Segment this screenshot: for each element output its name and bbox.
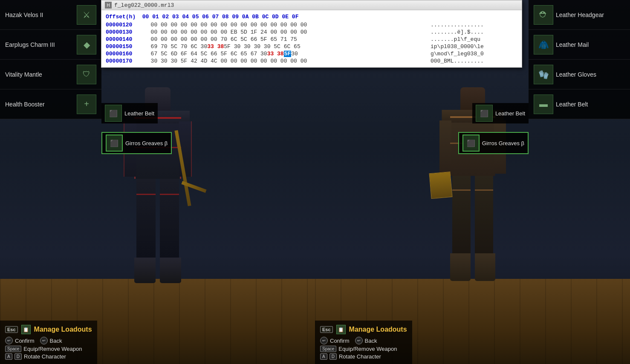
health-label: Health Booster	[5, 101, 77, 108]
rotate-row-right: A D Rotate Character	[320, 353, 407, 360]
equip-item-hazak[interactable]: Hazak Velos II ⚔	[0, 0, 101, 30]
ascii-160: g\mod\f_leg038_0	[424, 51, 517, 57]
esc-key-manage-right[interactable]: Esc	[320, 326, 333, 333]
offset-170: 00000170	[106, 58, 144, 64]
headgear-icon: ⛑	[534, 5, 553, 25]
hex-row-140: 00000140 00 00 00 00 00 00 00 70 6C 5C 6…	[106, 36, 517, 43]
equip-item-gloves[interactable]: 🧤 Leather Gloves	[529, 60, 630, 89]
belt-text-right: Leather Belt	[495, 110, 525, 117]
belt-icon-panel-right: ▬	[534, 95, 553, 114]
ascii-120: ................	[424, 22, 517, 28]
belt-label-panel-right: Leather Belt	[556, 101, 625, 108]
hex-header: Offset(h) 00 01 02 03 04 05 06 07 08 09 …	[106, 13, 517, 21]
offset-130: 00000130	[106, 29, 144, 35]
equip-item-health[interactable]: Health Booster +	[0, 89, 101, 119]
confirm-key-right[interactable]: ↩	[320, 337, 328, 344]
space-key-left[interactable]: Space	[5, 346, 21, 352]
bytes-150-highlight: 33 38	[207, 43, 224, 50]
earplugs-icon: ◆	[77, 35, 96, 54]
d-key-left[interactable]: D	[14, 353, 22, 360]
controls-right: ↩ Confirm ↩ Back Space Equip/Remove Weap…	[320, 337, 407, 360]
belt-icon-left: ⬛	[105, 105, 122, 122]
bytes-160-highlight: 33 38	[267, 51, 284, 57]
bytes-150-pre: 69 70 5C 70 6C 30	[144, 43, 207, 50]
offset-150: 00000150	[106, 43, 144, 50]
confirm-row-right: ↩ Confirm ↩ Back	[320, 337, 407, 344]
bytes-170: 30 30 30 5F 42 4D 4C 00 00 00 00 00 00 0…	[144, 58, 424, 64]
offset-140: 00000140	[106, 36, 144, 43]
bytes-120: 00 00 00 00 00 00 00 00 00 00 00 00 00 0…	[144, 22, 424, 28]
hud-left: Esc 📋 Manage Loadouts ↩ Confirm ↩ Back S…	[0, 321, 97, 364]
gloves-icon: 🧤	[534, 65, 553, 84]
ascii-170: 000_BML.........	[424, 58, 517, 64]
hex-header-text: Offset(h) 00 01 02 03 04 05 06 07 08 09 …	[106, 14, 432, 20]
equip-row-right: Space Equip/Remove Weapon	[320, 346, 407, 352]
greaves-icon-right: ⬛	[462, 135, 480, 152]
rotate-label-left: Rotate Character	[24, 353, 66, 360]
manage-loadouts-label-right: Manage Loadouts	[349, 326, 407, 333]
hex-row-160: 00000160 67 5C 6D 6F 64 5C 66 5F 6C 65 6…	[106, 50, 517, 57]
back-key-left[interactable]: ↩	[40, 337, 48, 344]
back-label-left: Back	[50, 338, 62, 344]
headgear-label: Leather Headgear	[556, 11, 625, 18]
vitality-icon: 🛡	[77, 65, 96, 84]
greaves-label-left: ⬛ Girros Greaves β	[101, 132, 172, 154]
offset-120: 00000120	[106, 22, 144, 28]
hud-right: Esc 📋 Manage Loadouts ↩ Confirm ↩ Back S…	[315, 321, 412, 364]
equip-item-belt-right[interactable]: ▬ Leather Belt	[529, 89, 630, 119]
manage-loadouts-row-right: Esc 📋 Manage Loadouts	[320, 325, 407, 334]
belt-label-left: ⬛ Leather Belt	[101, 103, 158, 123]
greaves-icon-left: ⬛	[106, 135, 123, 152]
hex-editor-titlebar: H f_leg022_0000.mrl3	[101, 0, 522, 10]
rotate-label-right: Rotate Character	[339, 353, 381, 360]
equip-item-mail[interactable]: 🧥 Leather Mail	[529, 30, 630, 60]
hazak-icon: ⚔	[77, 5, 96, 25]
equip-item-earplugs[interactable]: Earplugs Charm III ◆	[0, 30, 101, 60]
bytes-150-post: 5F 30 30 30 30 5C 6C 65	[224, 43, 424, 50]
belt-icon-right: ⬛	[476, 105, 493, 122]
health-icon: +	[77, 95, 96, 114]
equip-item-headgear[interactable]: ⛑ Leather Headgear	[529, 0, 630, 30]
ascii-150: ip\pl038_0000\le	[424, 43, 517, 50]
hex-editor-window[interactable]: H f_leg022_0000.mrl3 Offset(h) 00 01 02 …	[101, 0, 522, 68]
back-label-right: Back	[365, 338, 377, 344]
bytes-130: 00 00 00 00 00 00 00 00 EB 5D 1F 24 00 0…	[144, 29, 424, 35]
equipment-panel-left: Hazak Velos II ⚔ Earplugs Charm III ◆ Vi…	[0, 0, 101, 119]
hex-editor-app-icon: H	[105, 2, 112, 9]
controls-left: ↩ Confirm ↩ Back Space Equip/Remove Weap…	[5, 337, 92, 360]
equipment-panel-right: ⛑ Leather Headgear 🧥 Leather Mail 🧤 Leat…	[529, 0, 630, 119]
bytes-160-pre: 67 5C 6D 6F 64 5C 66 5F 6C 65 67 30	[144, 51, 267, 57]
gloves-label: Leather Gloves	[556, 71, 625, 78]
ascii-130: ........ë].$....	[424, 29, 517, 35]
belt-label-right: ⬛ Leather Belt	[472, 103, 529, 123]
vitality-label: Vitality Mantle	[5, 71, 77, 78]
confirm-row-left: ↩ Confirm ↩ Back	[5, 337, 92, 344]
equip-item-vitality[interactable]: Vitality Mantle 🛡	[0, 60, 101, 89]
rotate-row-left: A D Rotate Character	[5, 353, 92, 360]
equip-label-left: Equip/Remove Weapon	[23, 346, 82, 352]
a-key-right[interactable]: A	[320, 353, 327, 360]
esc-key-manage-left[interactable]: Esc	[5, 326, 18, 333]
bytes-160-selected[interactable]: 5F	[284, 51, 292, 57]
hex-row-120: 00000120 00 00 00 00 00 00 00 00 00 00 0…	[106, 21, 517, 29]
bytes-140: 00 00 00 00 00 00 00 70 6C 5C 66 5F 65 7…	[144, 36, 424, 43]
hex-editor-content: Offset(h) 00 01 02 03 04 05 06 07 08 09 …	[101, 10, 522, 67]
belt-text-left: Leather Belt	[124, 110, 154, 117]
hazak-label: Hazak Velos II	[5, 11, 77, 18]
bytes-160-post: 30	[291, 51, 424, 57]
space-key-right[interactable]: Space	[320, 346, 336, 352]
hex-row-150: 00000150 69 70 5C 70 6C 30 33 38 5F 30 3…	[106, 43, 517, 50]
loadout-icon-right: 📋	[336, 325, 346, 334]
offset-160: 00000160	[106, 51, 144, 57]
greaves-text-right: Girros Greaves β	[482, 140, 524, 146]
back-key-right[interactable]: ↩	[355, 337, 363, 344]
a-key-left[interactable]: A	[5, 353, 12, 360]
earplugs-label: Earplugs Charm III	[5, 41, 77, 48]
ascii-140: .......pl\f_equ	[424, 36, 517, 43]
manage-loadouts-label-left: Manage Loadouts	[34, 326, 92, 333]
confirm-label-right: Confirm	[330, 338, 350, 344]
confirm-key-left[interactable]: ↩	[5, 337, 13, 344]
d-key-right[interactable]: D	[329, 353, 337, 360]
equip-label-right: Equip/Remove Weapon	[338, 346, 397, 352]
equip-row-left: Space Equip/Remove Weapon	[5, 346, 92, 352]
